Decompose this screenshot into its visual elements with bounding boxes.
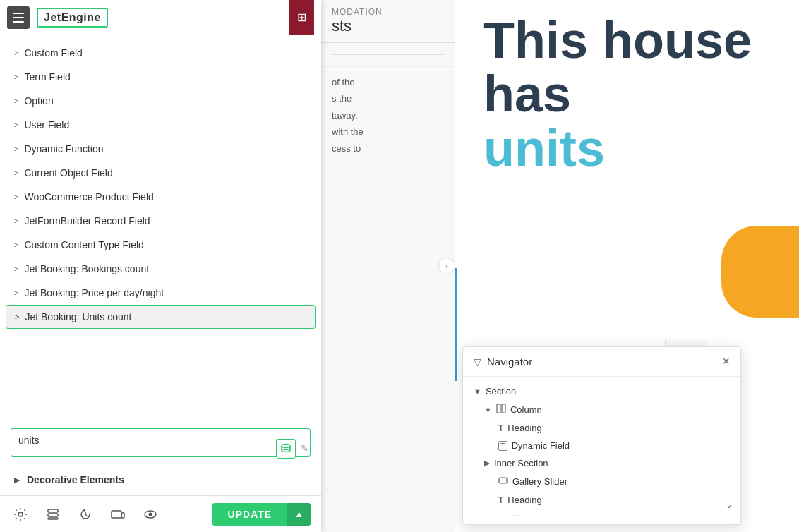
toolbar-icons-group	[11, 504, 160, 524]
dynamic-value-text: units	[18, 435, 40, 446]
menu-item-label: User Field	[24, 119, 69, 131]
jetengine-logo: JetEngine	[37, 8, 108, 28]
nav-item-column-label: Column	[510, 404, 542, 415]
arrow-icon: >	[14, 145, 18, 153]
svg-rect-3	[48, 514, 58, 516]
arrow-icon: >	[15, 313, 19, 321]
nav-item-inner-section-label: Inner Section	[494, 458, 548, 468]
arrow-icon: >	[14, 97, 18, 105]
nav-scroll-down-button[interactable]: ˅	[726, 504, 732, 517]
svg-rect-10	[502, 404, 505, 413]
layers-icon-button[interactable]	[43, 504, 63, 524]
nav-item-heading-1-label: Heading	[507, 423, 541, 433]
arrow-icon: >	[14, 217, 18, 225]
responsive-icon-button[interactable]	[108, 504, 128, 524]
left-panel: JetEngine ⊞ > Custom Field > Term Field …	[0, 0, 321, 532]
menu-item-jet-booking-units-count[interactable]: > Jet Booking: Units count	[6, 305, 316, 329]
svg-point-8	[149, 512, 152, 516]
nav-header-left: ▽ Navigator	[474, 356, 532, 368]
menu-item-dynamic-function[interactable]: > Dynamic Function	[0, 137, 321, 161]
menu-item-label: Option	[24, 95, 53, 107]
menu-item-label: Jet Booking: Price per day/night	[24, 287, 164, 298]
menu-item-label: Dynamic Function	[24, 143, 103, 155]
preview-svg-icon	[143, 507, 157, 521]
arrow-icon: >	[14, 241, 18, 249]
menu-item-custom-field[interactable]: > Custom Field	[0, 41, 321, 65]
arrow-icon: >	[14, 289, 18, 297]
svg-rect-12	[498, 478, 500, 483]
middle-body-text: of the s the taway. with the cess to	[332, 74, 444, 157]
nav-item-heading-2[interactable]: T Heading	[463, 491, 740, 509]
menu-item-label: Current Object Field	[24, 167, 112, 179]
column-icon	[496, 404, 506, 416]
update-button[interactable]: UPDATE	[212, 503, 288, 526]
responsive-svg-icon	[111, 507, 125, 521]
navigator-close-button[interactable]: ×	[722, 354, 730, 369]
top-bar: JetEngine ⊞	[0, 0, 321, 35]
menu-item-label: Custom Content Type Field	[24, 239, 143, 250]
arrow-icon: >	[14, 265, 18, 273]
menu-item-label: WooCommerce Product Field	[24, 191, 153, 202]
nav-item-dynamic-field-label: Dynamic Field	[512, 440, 570, 451]
menu-item-label: Jet Booking: Bookings count	[24, 263, 149, 274]
svg-point-0	[282, 445, 290, 448]
bottom-toolbar: UPDATE ▲	[0, 495, 321, 532]
heading-2-icon: T	[498, 495, 503, 505]
preview-icon-button[interactable]	[140, 504, 160, 524]
navigator-title: Navigator	[487, 356, 532, 368]
arrow-icon: >	[14, 73, 18, 81]
nav-item-gallery-slider[interactable]: Gallery Slider	[463, 472, 740, 491]
history-icon-button[interactable]	[76, 504, 95, 524]
blue-accent-border	[455, 268, 457, 381]
nav-expand-arrow: ▼	[484, 406, 492, 414]
svg-rect-4	[48, 518, 58, 519]
update-arrow-button[interactable]: ▲	[287, 503, 311, 526]
menu-item-term-field[interactable]: > Term Field	[0, 65, 321, 89]
hero-text-this-house: This house	[483, 14, 771, 68]
arrow-icon: >	[14, 121, 18, 129]
nav-item-gallery-slider-label: Gallery Slider	[512, 476, 567, 487]
dynamic-field-icon: T	[498, 441, 507, 451]
nav-item-section[interactable]: ▼ Section	[463, 382, 740, 400]
menu-list: > Custom Field > Term Field > Option > U…	[0, 35, 321, 421]
hamburger-button[interactable]	[7, 6, 30, 29]
decorative-elements-section[interactable]: ▶ Decorative Elements	[0, 464, 321, 495]
menu-item-woocommerce-product-field[interactable]: > WooCommerce Product Field	[0, 185, 321, 209]
svg-rect-6	[121, 513, 124, 518]
menu-item-jetformbuilder-record-field[interactable]: > JetFormBuilder Record Field	[0, 209, 321, 233]
nav-item-heading-1[interactable]: T Heading	[463, 419, 740, 437]
nav-item-column[interactable]: ▼ Column	[463, 400, 740, 419]
toggle-arrow-icon: ▶	[14, 476, 20, 485]
navigator-header: ▽ Navigator ×	[463, 347, 740, 377]
yellow-decorative-block	[721, 226, 799, 318]
arrow-icon: >	[14, 49, 18, 57]
menu-item-option[interactable]: > Option	[0, 89, 321, 113]
svg-rect-2	[48, 509, 58, 512]
menu-item-user-field[interactable]: > User Field	[0, 113, 321, 137]
history-svg-icon	[78, 507, 92, 521]
menu-item-current-object-field[interactable]: > Current Object Field	[0, 161, 321, 185]
menu-item-jet-booking-bookings-count[interactable]: > Jet Booking: Bookings count	[0, 257, 321, 281]
menu-item-custom-content-type-field[interactable]: > Custom Content Type Field	[0, 233, 321, 257]
nav-filter-icon: ▽	[474, 356, 481, 368]
update-button-group: UPDATE ▲	[212, 503, 311, 526]
menu-item-jet-booking-price[interactable]: > Jet Booking: Price per day/night	[0, 281, 321, 305]
nav-item-dynamic-field[interactable]: T Dynamic Field	[463, 437, 740, 454]
svg-point-1	[18, 512, 23, 516]
hero-text-units: units	[483, 121, 771, 176]
dynamic-value-display: units	[11, 428, 311, 457]
svg-rect-9	[497, 404, 500, 413]
nav-item-heading-2-label: Heading	[507, 495, 541, 505]
nav-item-inner-section[interactable]: ▶ Inner Section	[463, 454, 740, 472]
database-icon-button[interactable]	[276, 439, 296, 459]
grid-icon: ⊞	[297, 11, 306, 24]
gallery-slider-icon	[498, 476, 508, 488]
svg-rect-5	[112, 511, 121, 518]
arrow-icon: >	[14, 169, 18, 177]
menu-item-label: Custom Field	[24, 47, 82, 59]
menu-item-label: Jet Booking: Units count	[25, 311, 131, 322]
hero-text-has: has	[483, 68, 771, 121]
navigator-panel: ▽ Navigator × ▼ Section ▼ Column T Headi…	[462, 346, 741, 525]
middle-panel-collapse-button[interactable]: ‹	[438, 258, 455, 274]
settings-icon-button[interactable]	[11, 504, 30, 524]
